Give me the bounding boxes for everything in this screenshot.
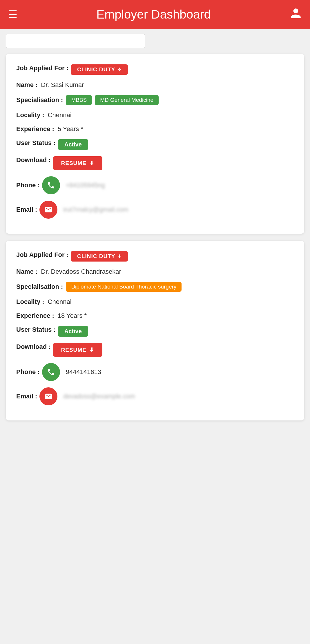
phone-value-1: +84105945ng [66,182,105,189]
download-icon-1: ⬇ [89,160,94,166]
name-value-2: Dr. Devadoss Chandrasekar [41,268,121,275]
status-badge-2: Active [58,326,88,337]
experience-row-1: Experience : 5 Years * [16,125,294,133]
spec-row-1: Specialisation : MBBS MD General Medicin… [16,95,294,105]
search-input[interactable] [6,34,145,48]
applicant-card-2: Job Applied For : CLINIC DUTY ✛ Name : D… [6,241,304,420]
job-applied-row-1: Job Applied For : CLINIC DUTY ✛ [16,64,294,75]
job-badge-2[interactable]: CLINIC DUTY ✛ [71,251,128,262]
locality-label-2: Locality : [16,298,44,306]
phone-label-1: Phone : [16,182,40,189]
job-badge-1[interactable]: CLINIC DUTY ✛ [71,64,128,75]
spec-badge-1-0: MBBS [66,95,92,105]
phone-button-2[interactable] [42,363,60,381]
spec-label-1: Specialisation : [16,96,63,104]
applicant-card-1: Job Applied For : CLINIC DUTY ✛ Name : D… [6,54,304,234]
search-bar-area [0,29,310,48]
experience-row-2: Experience : 18 Years * [16,312,294,320]
phone-label-2: Phone : [16,368,40,376]
email-button-1[interactable] [39,201,57,219]
phone-button-1[interactable] [42,176,60,194]
download-icon-2: ⬇ [89,347,94,353]
resume-button-2[interactable]: RESUME ⬇ [53,343,102,357]
spec-label-2: Specialisation : [16,283,63,291]
experience-value-1: 5 Years * [58,125,83,133]
experience-label-2: Experience : [16,312,54,320]
email-button-2[interactable] [39,387,57,405]
status-label-2: User Status : [16,326,56,333]
name-value-1: Dr. Sasi Kumar [41,81,84,89]
page-title: Employer Dashboard [96,8,211,21]
locality-value-2: Chennai [48,298,72,306]
name-label-1: Name : [16,81,37,89]
email-row-1: Email : irut7rnalcy@gmail.com [16,201,294,219]
download-label-1: Download : [16,156,51,164]
email-value-2: devadoss@example.com [63,393,135,400]
phone-row-2: Phone : 9444141613 [16,363,294,381]
download-row-1: Download : RESUME ⬇ [16,156,294,170]
status-row-1: User Status : Active [16,139,294,150]
phone-value-2: 9444141613 [66,368,101,376]
job-applied-row-2: Job Applied For : CLINIC DUTY ✛ [16,251,294,262]
menu-icon[interactable]: ☰ [8,8,17,21]
status-badge-1: Active [58,139,88,150]
email-row-2: Email : devadoss@example.com [16,387,294,405]
status-label-1: User Status : [16,139,56,147]
experience-label-1: Experience : [16,125,54,133]
email-label-2: Email : [16,393,37,400]
locality-row-2: Locality : Chennai [16,298,294,306]
phone-row-1: Phone : +84105945ng [16,176,294,194]
locality-value-1: Chennai [48,111,72,119]
cards-container: Job Applied For : CLINIC DUTY ✛ Name : D… [0,48,310,426]
locality-label-1: Locality : [16,111,44,119]
experience-value-2: 18 Years * [58,312,87,320]
spec-row-2: Specialisation : Diplomate National Boar… [16,282,294,292]
name-row-2: Name : Dr. Devadoss Chandrasekar [16,268,294,275]
app-header: ☰ Employer Dashboard [0,0,310,29]
spec-badge-2-0: Diplomate National Board Thoracic surger… [66,282,182,292]
status-row-2: User Status : Active [16,326,294,337]
email-label-1: Email : [16,206,37,213]
download-row-2: Download : RESUME ⬇ [16,343,294,357]
cross-icon-1: ✛ [117,67,122,72]
job-applied-label-1: Job Applied For : [16,64,68,72]
name-row-1: Name : Dr. Sasi Kumar [16,81,294,89]
locality-row-1: Locality : Chennai [16,111,294,119]
job-applied-label-2: Job Applied For : [16,251,68,259]
download-label-2: Download : [16,343,51,351]
spec-badge-1-1: MD General Medicine [95,95,159,105]
resume-button-1[interactable]: RESUME ⬇ [53,156,102,170]
email-value-1: irut7rnalcy@gmail.com [63,206,128,213]
name-label-2: Name : [16,268,37,275]
user-icon[interactable] [290,7,302,22]
cross-icon-2: ✛ [117,254,122,259]
